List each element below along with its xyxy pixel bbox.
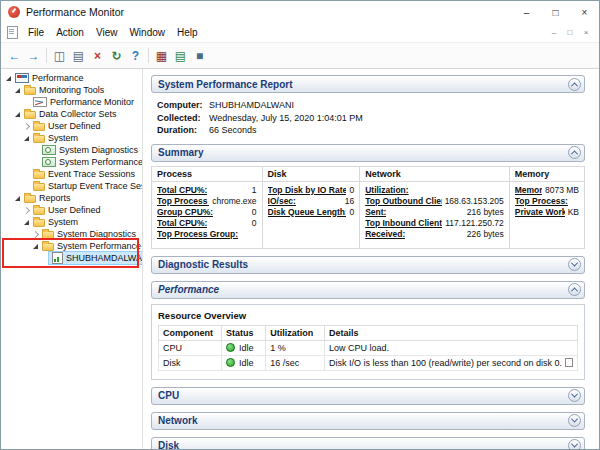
folder-icon: [33, 219, 45, 227]
tree-expanded-arrow-icon[interactable]: [30, 244, 40, 249]
collapse-report-button[interactable]: [568, 78, 581, 91]
metric-value: 0: [349, 185, 354, 196]
tree-node: System: [31, 216, 80, 228]
tree-node: System Performance: [40, 240, 143, 252]
menu-window[interactable]: Window: [123, 25, 171, 40]
resource-column-status: Status: [222, 325, 266, 340]
tree-item-system[interactable]: System: [1, 216, 142, 228]
details-cell: Low CPU load.: [324, 340, 577, 355]
resource-row-cpu: CPUIdle1 %Low CPU load.: [159, 340, 578, 355]
tree-item-user-defined[interactable]: User Defined: [1, 204, 142, 216]
tree-expanded-arrow-icon[interactable]: [12, 112, 22, 117]
properties-icon[interactable]: ■: [190, 46, 209, 65]
resource-column-utilization: Utilization: [266, 325, 325, 340]
forward-arrow-icon[interactable]: →: [24, 46, 43, 65]
tree-expanded-arrow-icon[interactable]: [12, 196, 22, 201]
tree-item-shubhamdalwani-20[interactable]: SHUBHAMDALWANI_20: [1, 252, 142, 264]
report-info-row: Duration:66 Seconds: [157, 124, 585, 137]
menu-file[interactable]: File: [22, 25, 50, 40]
tree-node: Reports: [22, 192, 73, 204]
tree-item-system-diagnostics[interactable]: System Diagnostics: [1, 228, 142, 240]
tree-item-label: SHUBHAMDALWANI_20: [66, 253, 143, 264]
metric-value: 216 bytes: [467, 207, 504, 218]
minimize-button[interactable]: –: [512, 1, 541, 23]
report-info-row: Collected:Wednesday, July 15, 2020 1:04:…: [157, 112, 585, 125]
metric-label: Utilization:: [365, 185, 408, 196]
tree-item-system-performance[interactable]: System Performance: [1, 240, 142, 252]
info-label: Collected:: [157, 112, 209, 125]
tree-item-system[interactable]: System: [1, 132, 142, 144]
collapse-performance-button[interactable]: [568, 283, 581, 296]
tree-item-performance[interactable]: Performance: [1, 72, 142, 84]
help-icon[interactable]: ?: [126, 46, 145, 65]
resource-column-component: Component: [159, 325, 222, 340]
resource-header-row: ComponentStatusUtilizationDetails: [159, 325, 578, 340]
report-info: Computer:SHUBHAMDALWANICollected:Wednesd…: [157, 99, 585, 137]
collapse-summary-button[interactable]: [568, 146, 581, 159]
metric-value: 1: [252, 185, 257, 196]
metric-value: chrome.exe: [212, 196, 256, 207]
tree-item-system-diagnostics[interactable]: System Diagnostics: [1, 144, 142, 156]
show-console-tree-icon[interactable]: ◫: [50, 46, 69, 65]
menu-view[interactable]: View: [90, 25, 124, 40]
utilization-cell: 1 %: [266, 340, 325, 355]
menu-help[interactable]: Help: [171, 25, 204, 40]
window-controls: –□×: [512, 1, 599, 23]
maximize-button[interactable]: □: [541, 1, 570, 23]
note-icon[interactable]: [565, 358, 573, 367]
child-maximize-button[interactable]: □: [563, 26, 577, 39]
tree-collapsed-arrow-icon[interactable]: [21, 208, 31, 213]
tree-node: System Diagnostics: [40, 144, 140, 156]
tree-collapsed-arrow-icon[interactable]: [30, 232, 40, 237]
menu-list: FileActionViewWindowHelp: [22, 25, 547, 40]
view-log-data-icon[interactable]: ▤: [171, 46, 190, 65]
summary-cell-memory: Memory:8073 MBTop Process:Private Workin…: [509, 181, 584, 248]
tree-item-performance-monitor[interactable]: Performance Monitor: [1, 96, 142, 108]
section-header-disk: Disk: [151, 437, 585, 450]
child-close-button[interactable]: ×: [579, 26, 593, 39]
tree-item-event-trace-sessions[interactable]: Event Trace Sessions: [1, 168, 142, 180]
refresh-icon[interactable]: ↻: [107, 46, 126, 65]
summary-metric: Top Disk by IO Rate:0: [268, 185, 355, 196]
collapse-network-button[interactable]: [568, 414, 581, 427]
tree-node: Data Collector Sets: [22, 108, 119, 120]
summary-metric: Disk Queue Length:0: [268, 207, 355, 218]
menu-action[interactable]: Action: [50, 25, 90, 40]
export-list-icon[interactable]: ▤: [69, 46, 88, 65]
metric-label: Top Process Group:: [157, 229, 238, 240]
tree-expanded-arrow-icon[interactable]: [21, 220, 31, 225]
toolbar-separator: [148, 48, 149, 63]
metric-value: 226 bytes: [467, 229, 504, 240]
folder-icon: [42, 243, 54, 251]
tree-expanded-arrow-icon[interactable]: [12, 88, 22, 93]
resource-column-details: Details: [324, 325, 577, 340]
back-arrow-icon[interactable]: ←: [5, 46, 24, 65]
close-button[interactable]: ×: [570, 1, 599, 23]
summary-metric: Sent:216 bytes: [365, 207, 504, 218]
status-cell: Idle: [222, 355, 266, 370]
tree-expanded-arrow-icon[interactable]: [21, 136, 31, 141]
info-value: 66 Seconds: [209, 124, 257, 137]
tree-item-data-collector-sets[interactable]: Data Collector Sets: [1, 108, 142, 120]
tree-item-user-defined[interactable]: User Defined: [1, 120, 142, 132]
section-header-cpu: CPU: [151, 387, 585, 405]
utilization-cell: 16 /sec: [266, 355, 325, 370]
collapse-cpu-button[interactable]: [568, 389, 581, 402]
metric-label: Private Working Set:: [515, 207, 565, 218]
info-label: Duration:: [157, 124, 209, 137]
child-minimize-button[interactable]: –: [547, 26, 561, 39]
tree-item-startup-event-trace-sessions[interactable]: Startup Event Trace Sessions: [1, 180, 142, 192]
delete-icon[interactable]: ×: [88, 46, 107, 65]
tree-item-monitoring-tools[interactable]: Monitoring Tools: [1, 84, 142, 96]
tree-item-reports[interactable]: Reports: [1, 192, 142, 204]
tree-item-system-performance[interactable]: System Performance: [1, 156, 142, 168]
tree-collapsed-arrow-icon[interactable]: [21, 124, 31, 129]
chevron-up-icon: [571, 287, 578, 294]
tree-expanded-arrow-icon[interactable]: [3, 76, 13, 81]
collapse-diagnostic-results-button[interactable]: [568, 258, 581, 271]
latest-report-icon[interactable]: ▦: [152, 46, 171, 65]
collapse-disk-button[interactable]: [568, 439, 581, 449]
summary-metric: Total CPU%:1: [157, 185, 257, 196]
status-ok-icon: [226, 343, 235, 352]
metric-label: Received:: [365, 229, 405, 240]
